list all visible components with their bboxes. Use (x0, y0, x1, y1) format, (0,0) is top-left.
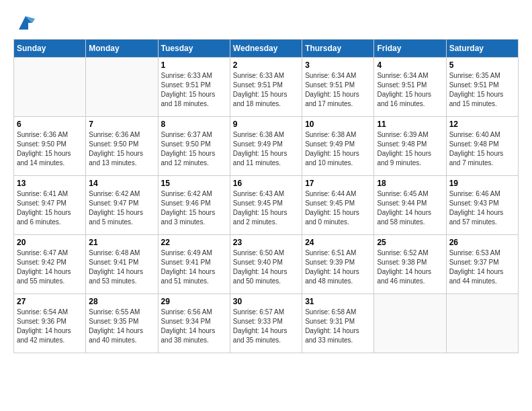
calendar-cell: 16Sunrise: 6:43 AM Sunset: 9:45 PM Dayli… (230, 176, 302, 235)
day-info: Sunrise: 6:51 AM Sunset: 9:39 PM Dayligh… (305, 248, 371, 286)
day-number: 15 (161, 179, 227, 188)
day-number: 20 (17, 238, 83, 247)
day-number: 26 (449, 238, 515, 247)
day-info: Sunrise: 6:40 AM Sunset: 9:48 PM Dayligh… (449, 130, 515, 168)
day-number: 22 (161, 238, 227, 247)
calendar-cell: 30Sunrise: 6:57 AM Sunset: 9:33 PM Dayli… (230, 294, 302, 353)
calendar-header-monday: Monday (86, 40, 158, 58)
day-info: Sunrise: 6:38 AM Sunset: 9:49 PM Dayligh… (233, 130, 299, 168)
calendar-cell: 19Sunrise: 6:46 AM Sunset: 9:43 PM Dayli… (446, 176, 518, 235)
day-number: 16 (233, 179, 299, 188)
day-number: 5 (449, 60, 515, 70)
day-info: Sunrise: 6:55 AM Sunset: 9:35 PM Dayligh… (89, 308, 154, 345)
day-number: 25 (377, 238, 443, 247)
day-info: Sunrise: 6:50 AM Sunset: 9:40 PM Dayligh… (233, 248, 299, 286)
calendar-cell: 5Sunrise: 6:35 AM Sunset: 9:51 PM Daylig… (446, 58, 518, 117)
day-info: Sunrise: 6:58 AM Sunset: 9:31 PM Dayligh… (305, 308, 371, 345)
day-number: 21 (89, 238, 154, 247)
calendar-cell: 1Sunrise: 6:33 AM Sunset: 9:51 PM Daylig… (158, 58, 230, 117)
day-number: 10 (305, 120, 371, 129)
day-number: 2 (233, 60, 299, 70)
calendar-week-row-4: 20Sunrise: 6:47 AM Sunset: 9:42 PM Dayli… (14, 235, 519, 294)
calendar-week-row-3: 13Sunrise: 6:41 AM Sunset: 9:47 PM Dayli… (14, 176, 519, 235)
day-info: Sunrise: 6:47 AM Sunset: 9:42 PM Dayligh… (17, 248, 83, 286)
day-info: Sunrise: 6:35 AM Sunset: 9:51 PM Dayligh… (449, 71, 515, 109)
day-number: 28 (89, 297, 154, 306)
day-info: Sunrise: 6:45 AM Sunset: 9:44 PM Dayligh… (377, 189, 443, 227)
calendar-cell: 10Sunrise: 6:38 AM Sunset: 9:49 PM Dayli… (302, 117, 374, 176)
logo (13, 13, 35, 32)
day-number: 1 (161, 60, 227, 70)
day-info: Sunrise: 6:56 AM Sunset: 9:34 PM Dayligh… (161, 308, 227, 345)
calendar-cell: 8Sunrise: 6:37 AM Sunset: 9:50 PM Daylig… (158, 117, 230, 176)
calendar-cell: 14Sunrise: 6:42 AM Sunset: 9:47 PM Dayli… (86, 176, 158, 235)
calendar-cell: 25Sunrise: 6:52 AM Sunset: 9:38 PM Dayli… (374, 235, 446, 294)
day-number: 3 (305, 60, 371, 70)
day-number: 14 (89, 179, 154, 188)
day-info: Sunrise: 6:41 AM Sunset: 9:47 PM Dayligh… (17, 189, 83, 227)
calendar-cell: 3Sunrise: 6:34 AM Sunset: 9:51 PM Daylig… (302, 58, 374, 117)
day-info: Sunrise: 6:52 AM Sunset: 9:38 PM Dayligh… (377, 248, 443, 286)
day-info: Sunrise: 6:42 AM Sunset: 9:46 PM Dayligh… (161, 189, 227, 227)
day-number: 24 (305, 238, 371, 247)
day-info: Sunrise: 6:33 AM Sunset: 9:51 PM Dayligh… (161, 71, 227, 109)
day-number: 17 (305, 179, 371, 188)
day-info: Sunrise: 6:39 AM Sunset: 9:48 PM Dayligh… (377, 130, 443, 168)
day-info: Sunrise: 6:43 AM Sunset: 9:45 PM Dayligh… (233, 189, 299, 227)
calendar-cell: 21Sunrise: 6:48 AM Sunset: 9:41 PM Dayli… (86, 235, 158, 294)
day-number: 4 (377, 60, 443, 70)
calendar-cell: 24Sunrise: 6:51 AM Sunset: 9:39 PM Dayli… (302, 235, 374, 294)
day-number: 29 (161, 297, 227, 306)
calendar-week-row-5: 27Sunrise: 6:54 AM Sunset: 9:36 PM Dayli… (14, 294, 519, 353)
day-number: 18 (377, 179, 443, 188)
calendar-cell: 2Sunrise: 6:33 AM Sunset: 9:51 PM Daylig… (230, 58, 302, 117)
calendar-cell (374, 294, 446, 353)
calendar-cell: 13Sunrise: 6:41 AM Sunset: 9:47 PM Dayli… (14, 176, 86, 235)
calendar-header-sunday: Sunday (14, 40, 86, 58)
calendar-cell: 26Sunrise: 6:53 AM Sunset: 9:37 PM Dayli… (446, 235, 518, 294)
calendar-cell: 31Sunrise: 6:58 AM Sunset: 9:31 PM Dayli… (302, 294, 374, 353)
calendar-cell: 9Sunrise: 6:38 AM Sunset: 9:49 PM Daylig… (230, 117, 302, 176)
day-info: Sunrise: 6:54 AM Sunset: 9:36 PM Dayligh… (17, 308, 83, 345)
calendar-cell: 12Sunrise: 6:40 AM Sunset: 9:48 PM Dayli… (446, 117, 518, 176)
day-info: Sunrise: 6:34 AM Sunset: 9:51 PM Dayligh… (377, 71, 443, 109)
calendar-cell: 20Sunrise: 6:47 AM Sunset: 9:42 PM Dayli… (14, 235, 86, 294)
calendar-header-tuesday: Tuesday (158, 40, 230, 58)
day-info: Sunrise: 6:36 AM Sunset: 9:50 PM Dayligh… (17, 130, 83, 168)
day-info: Sunrise: 6:42 AM Sunset: 9:47 PM Dayligh… (89, 189, 154, 227)
calendar-cell: 28Sunrise: 6:55 AM Sunset: 9:35 PM Dayli… (86, 294, 158, 353)
calendar-table: SundayMondayTuesdayWednesdayThursdayFrid… (13, 39, 519, 353)
day-number: 13 (17, 179, 83, 188)
day-info: Sunrise: 6:48 AM Sunset: 9:41 PM Dayligh… (89, 248, 154, 286)
calendar-cell: 15Sunrise: 6:42 AM Sunset: 9:46 PM Dayli… (158, 176, 230, 235)
day-number: 30 (233, 297, 299, 306)
calendar-cell (446, 294, 518, 353)
day-number: 27 (17, 297, 83, 306)
day-number: 12 (449, 120, 515, 129)
day-number: 7 (89, 120, 154, 129)
day-info: Sunrise: 6:57 AM Sunset: 9:33 PM Dayligh… (233, 308, 299, 345)
day-number: 11 (377, 120, 443, 129)
page-header (13, 13, 519, 32)
calendar-cell: 23Sunrise: 6:50 AM Sunset: 9:40 PM Dayli… (230, 235, 302, 294)
day-number: 23 (233, 238, 299, 247)
calendar-cell: 17Sunrise: 6:44 AM Sunset: 9:45 PM Dayli… (302, 176, 374, 235)
day-info: Sunrise: 6:33 AM Sunset: 9:51 PM Dayligh… (233, 71, 299, 109)
day-info: Sunrise: 6:36 AM Sunset: 9:50 PM Dayligh… (89, 130, 154, 168)
calendar-cell: 11Sunrise: 6:39 AM Sunset: 9:48 PM Dayli… (374, 117, 446, 176)
calendar-cell: 7Sunrise: 6:36 AM Sunset: 9:50 PM Daylig… (86, 117, 158, 176)
calendar-cell: 4Sunrise: 6:34 AM Sunset: 9:51 PM Daylig… (374, 58, 446, 117)
calendar-cell: 18Sunrise: 6:45 AM Sunset: 9:44 PM Dayli… (374, 176, 446, 235)
calendar-cell: 6Sunrise: 6:36 AM Sunset: 9:50 PM Daylig… (14, 117, 86, 176)
calendar-header-saturday: Saturday (446, 40, 518, 58)
calendar-header-friday: Friday (374, 40, 446, 58)
day-info: Sunrise: 6:46 AM Sunset: 9:43 PM Dayligh… (449, 189, 515, 227)
calendar-cell: 22Sunrise: 6:49 AM Sunset: 9:41 PM Dayli… (158, 235, 230, 294)
day-number: 31 (305, 297, 371, 306)
day-info: Sunrise: 6:37 AM Sunset: 9:50 PM Dayligh… (161, 130, 227, 168)
calendar-header-row: SundayMondayTuesdayWednesdayThursdayFrid… (14, 40, 519, 58)
logo-icon (16, 13, 35, 32)
day-info: Sunrise: 6:34 AM Sunset: 9:51 PM Dayligh… (305, 71, 371, 109)
calendar-cell: 27Sunrise: 6:54 AM Sunset: 9:36 PM Dayli… (14, 294, 86, 353)
calendar-week-row-2: 6Sunrise: 6:36 AM Sunset: 9:50 PM Daylig… (14, 117, 519, 176)
